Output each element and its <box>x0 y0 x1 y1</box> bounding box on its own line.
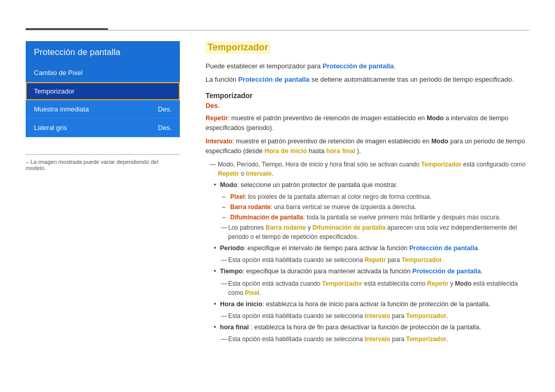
bullets: Modo: seleccione un patrón protector de … <box>214 180 529 344</box>
panel-title: Protección de pantalla <box>26 41 180 64</box>
left-panel: Protección de pantalla Cambio de Pixel T… <box>26 41 180 137</box>
para-repetir: Repetir: muestre el patrón preventivo de… <box>206 114 529 134</box>
top-bar <box>26 30 529 31</box>
intro-para-1: Puede establecer el temporizador para Pr… <box>206 61 529 71</box>
menu-item-cambio[interactable]: Cambio de Pixel <box>26 64 180 82</box>
menu-label-muestra: Muestra inmediata <box>34 105 89 113</box>
status-des: Des. <box>206 102 529 109</box>
right-panel: Temporizador Puede establecer el tempori… <box>206 41 529 371</box>
bullet-periodo: Período: especifique el intervalo de tie… <box>214 244 529 253</box>
bullet-tiempo: Tiempo: especifique la duración para man… <box>214 267 529 276</box>
intro2-end: se detiene automáticamente tras un perio… <box>309 76 513 83</box>
hora-inicio-ref: Hora de inicio <box>265 147 307 155</box>
model-note: – La imagen mostrada puede variar depend… <box>26 159 180 171</box>
sub-barra: Barra rodante: una barra vertical se mue… <box>222 202 529 212</box>
menu-label-temporizador: Temporizador <box>34 87 75 95</box>
note-modo-periodo: Modo, Período, Tiempo, Hora de inicio y … <box>214 160 529 178</box>
menu-value-lateral: Des. <box>158 124 172 132</box>
hora-final-ref: hora final <box>326 147 355 155</box>
intro2-plain: La función <box>206 76 238 83</box>
note-tiempo: Esta opción está activada cuando Tempori… <box>222 279 529 297</box>
intro1-bold: Protección de pantalla <box>323 62 394 70</box>
intro1-plain: Puede establecer el temporizador para <box>206 62 323 70</box>
intro2-bold: Protección de pantalla <box>238 76 310 83</box>
sub-pixel: Pixel: los píxeles de la pantalla altern… <box>222 192 529 201</box>
menu-value-muestra: Des. <box>158 105 172 113</box>
menu-item-muestra[interactable]: Muestra inmediata Des. <box>26 100 180 119</box>
sub-title: Temporizador <box>206 91 529 100</box>
menu-item-temporizador[interactable]: Temporizador <box>26 82 180 100</box>
sub-difuminacion: Difuminación de pantalla: toda la pantal… <box>222 213 529 222</box>
section-title: Temporizador <box>206 41 270 54</box>
intro1-end: . <box>394 62 396 70</box>
note-hora-inicio: Esta opción está habilitada cuando se se… <box>222 311 529 321</box>
note-periodo: Esta opción está habilitada cuando se se… <box>222 255 529 265</box>
menu-item-lateral[interactable]: Lateral gris Des. <box>26 119 180 137</box>
note-barra-dif: Los patrones Barra rodante y Difuminació… <box>222 223 529 241</box>
note-section: – La imagen mostrada puede variar depend… <box>26 154 180 171</box>
repetir-label: Repetir <box>206 115 228 122</box>
bullet-hora-final: hora final : establezca la hora de fin p… <box>214 323 529 332</box>
bullet-modo: Modo: seleccione un patrón protector de … <box>214 180 529 190</box>
intervalo-modo: Modo <box>431 138 448 145</box>
intervalo-label: Intervalo <box>206 138 232 145</box>
note-hora-final: Esta opción está habilitada cuando se se… <box>222 334 529 344</box>
intro-para-2: La función Protección de pantalla se det… <box>206 74 529 85</box>
menu-label-lateral: Lateral gris <box>34 124 67 132</box>
para-intervalo: Intervalo: muestre el patrón preventivo … <box>206 137 529 157</box>
menu-label-cambio: Cambio de Pixel <box>34 69 83 77</box>
repetir-modo: Modo <box>427 115 443 122</box>
bullet-hora-inicio: Hora de inicio: establezca la hora de in… <box>214 300 529 309</box>
